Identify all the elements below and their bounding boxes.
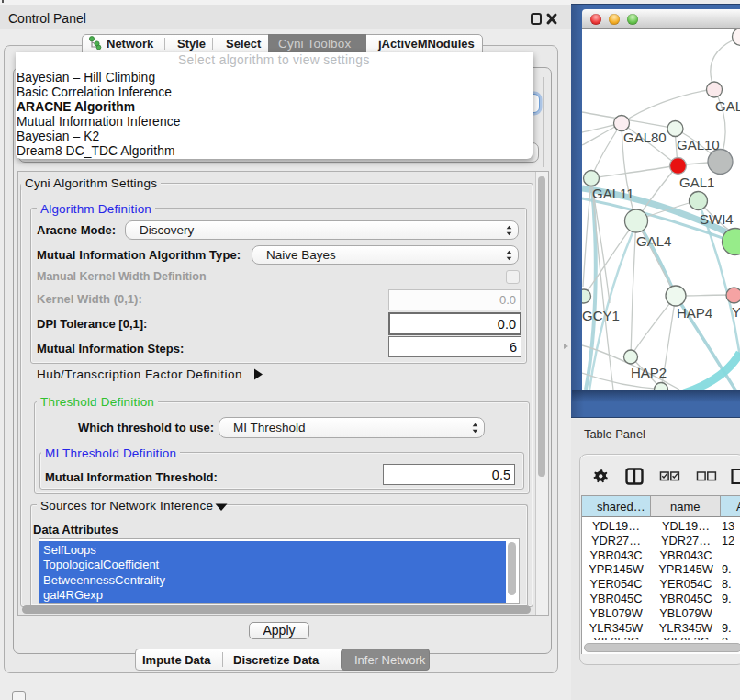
- svg-text:GAL10: GAL10: [677, 137, 720, 152]
- svg-text:HAP2: HAP2: [631, 365, 667, 380]
- svg-text:SWI4: SWI4: [700, 211, 734, 227]
- svg-text:GAL11: GAL11: [592, 186, 634, 201]
- svg-text:GCY1: GCY1: [582, 308, 620, 323]
- svg-text:GAL80: GAL80: [623, 130, 667, 145]
- svg-text:GAL4: GAL4: [636, 233, 671, 249]
- svg-text:GAL2: GAL2: [715, 98, 740, 114]
- svg-text:HAP4: HAP4: [677, 305, 712, 321]
- svg-text:GAL1: GAL1: [679, 175, 714, 190]
- svg-text:YJ: YJ: [732, 304, 740, 320]
